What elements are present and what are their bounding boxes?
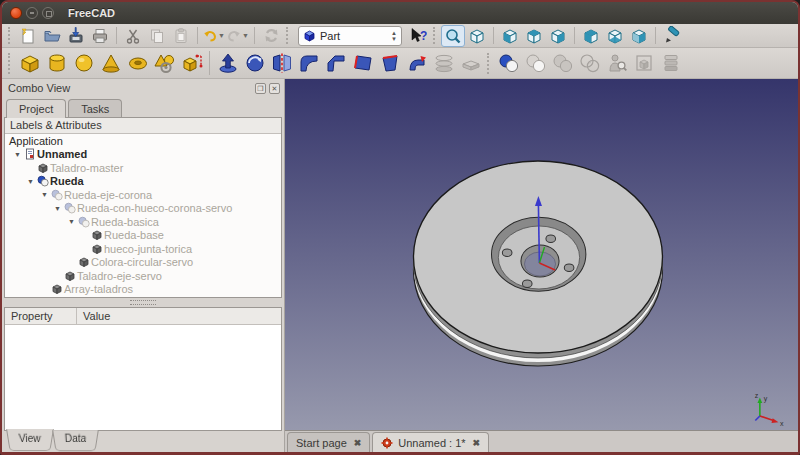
tree-item-rueda-eje-corona[interactable]: ▼ Rueda-eje-corona — [5, 188, 281, 202]
torus-button[interactable] — [124, 50, 151, 77]
tree-item-taladro-eje-servo[interactable]: Taladro-eje-servo — [5, 269, 281, 283]
tree-item-taladro-master[interactable]: Taladro-master — [5, 161, 281, 175]
boolean-cut-icon — [37, 175, 50, 187]
tab-tasks[interactable]: Tasks — [68, 99, 122, 117]
extrude-button[interactable] — [214, 50, 241, 77]
copy-button[interactable] — [145, 25, 169, 47]
common-button[interactable] — [576, 50, 603, 77]
new-document-button[interactable] — [16, 25, 40, 47]
expander-icon[interactable]: ▼ — [38, 191, 51, 198]
tree-item-unnamed[interactable]: ▼ Unnamed — [5, 148, 281, 162]
sweep-button[interactable] — [403, 50, 430, 77]
tab-start-page[interactable]: Start page ✖ — [287, 432, 370, 452]
property-table-body[interactable] — [5, 325, 281, 430]
fillet-button[interactable] — [295, 50, 322, 77]
cross-sections-icon — [433, 52, 455, 74]
close-tab-icon[interactable]: ✖ — [473, 438, 481, 448]
axonometric-view-button[interactable] — [465, 25, 489, 47]
tree-item-rueda-con-hueco-corona-servo[interactable]: ▼ Rueda-con-hueco-corona-servo — [5, 202, 281, 216]
tree-item-rueda[interactable]: ▼ Rueda — [5, 175, 281, 189]
cone-button[interactable] — [97, 50, 124, 77]
tree-item-rueda-base[interactable]: Rueda-base — [5, 229, 281, 243]
boolean-icon — [498, 52, 520, 74]
bottom-view-button[interactable] — [603, 25, 627, 47]
toolbar-grip[interactable] — [8, 53, 13, 74]
mirror-button[interactable] — [268, 50, 295, 77]
left-view-button[interactable] — [627, 25, 651, 47]
undo-button[interactable]: ▼ — [202, 25, 226, 47]
top-view-icon — [524, 26, 544, 46]
create-primitives-button[interactable] — [151, 50, 178, 77]
cut-boolean-button[interactable] — [522, 50, 549, 77]
right-view-button[interactable] — [546, 25, 570, 47]
property-table-header: Property Value — [5, 308, 281, 325]
fit-all-button[interactable] — [441, 25, 465, 47]
cut-button[interactable] — [121, 25, 145, 47]
close-tab-icon[interactable]: ✖ — [354, 438, 362, 448]
ruled-surface-button[interactable] — [349, 50, 376, 77]
redo-dropdown-caret[interactable]: ▼ — [242, 32, 249, 39]
toolbar-grip[interactable] — [8, 27, 13, 43]
tab-view[interactable]: View — [6, 429, 53, 451]
pulley-disc-model[interactable] — [414, 161, 663, 366]
redo-button[interactable]: ▼ — [226, 25, 250, 47]
cross-sections-button[interactable] — [430, 50, 457, 77]
toolbar-grip[interactable] — [487, 53, 492, 74]
tree-item-colora-circular-servo[interactable]: Colora-circular-servo — [5, 256, 281, 270]
rear-view-button[interactable] — [579, 25, 603, 47]
tree-item-application[interactable]: Application — [5, 134, 281, 148]
save-document-button[interactable] — [64, 25, 88, 47]
cube-icon — [91, 243, 104, 255]
tree-item-rueda-basica[interactable]: ▼ Rueda-basica — [5, 215, 281, 229]
top-view-button[interactable] — [522, 25, 546, 47]
toolbar-grip[interactable] — [433, 27, 438, 43]
window-minimize-button[interactable] — [26, 7, 38, 19]
expander-icon[interactable]: ▼ — [65, 218, 78, 225]
paste-button[interactable] — [169, 25, 193, 47]
toolbar-grip[interactable] — [286, 27, 291, 43]
front-view-button[interactable] — [498, 25, 522, 47]
expander-icon[interactable]: ▼ — [51, 205, 64, 212]
whats-this-button[interactable]: ? — [406, 25, 430, 47]
cylinder-button[interactable] — [43, 50, 70, 77]
measure-distance-button[interactable] — [660, 25, 684, 47]
dock-close-button[interactable]: ✕ — [269, 83, 280, 94]
window-maximize-button[interactable] — [42, 7, 54, 19]
3d-scene[interactable]: z y x — [285, 79, 798, 430]
expander-icon[interactable]: ▼ — [24, 178, 37, 185]
workbench-selector-spinner[interactable]: ▲▼ — [391, 30, 397, 42]
cube-icon — [37, 162, 50, 174]
fit-all-magnifier-icon — [444, 27, 462, 45]
freecad-document-icon — [381, 437, 393, 449]
panel-splitter[interactable] — [2, 298, 284, 307]
tree-item-array-taladros[interactable]: Array-taladros — [5, 283, 281, 297]
expander-icon[interactable]: ▼ — [11, 151, 24, 158]
tab-unnamed-document[interactable]: Unnamed : 1* ✖ — [372, 432, 489, 452]
shape-builder-button[interactable] — [178, 50, 205, 77]
refresh-button[interactable] — [259, 25, 283, 47]
print-button[interactable] — [88, 25, 112, 47]
tab-project[interactable]: Project — [6, 99, 66, 118]
property-column-header[interactable]: Property — [5, 308, 77, 324]
open-document-button[interactable] — [40, 25, 64, 47]
section-button[interactable] — [457, 50, 484, 77]
box-button[interactable] — [16, 50, 43, 77]
thickness-button[interactable] — [657, 50, 684, 77]
tab-data[interactable]: Data — [52, 430, 99, 451]
workbench-selector[interactable]: Part ▲▼ — [298, 26, 402, 46]
common-icon — [579, 52, 601, 74]
undo-dropdown-caret[interactable]: ▼ — [218, 32, 225, 39]
chamfer-button[interactable] — [322, 50, 349, 77]
revolve-button[interactable] — [241, 50, 268, 77]
3d-viewport[interactable]: z y x — [285, 79, 798, 430]
value-column-header[interactable]: Value — [77, 308, 281, 324]
sphere-button[interactable] — [70, 50, 97, 77]
loft-button[interactable] — [376, 50, 403, 77]
tree-item-hueco-junta-torica[interactable]: hueco-junta-torica — [5, 242, 281, 256]
defeaturing-button[interactable] — [630, 50, 657, 77]
dock-float-button[interactable]: ❐ — [255, 83, 266, 94]
boolean-button[interactable] — [495, 50, 522, 77]
union-button[interactable] — [549, 50, 576, 77]
check-geometry-button[interactable] — [603, 50, 630, 77]
window-close-button[interactable] — [10, 7, 22, 19]
